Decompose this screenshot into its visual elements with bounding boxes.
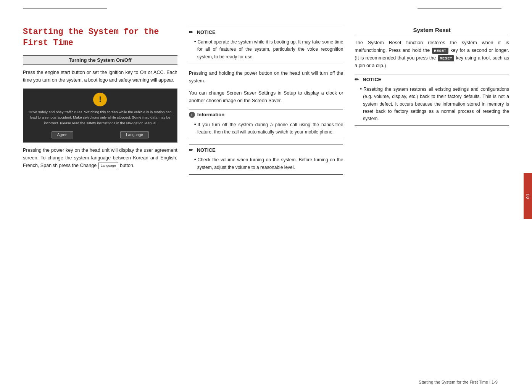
agree-button[interactable]: Agree bbox=[52, 131, 73, 138]
system-reset-title: System Reset bbox=[355, 27, 509, 35]
left-column: Starting the System for the First Time T… bbox=[23, 27, 177, 369]
main-title: Starting the System for the First Time bbox=[23, 27, 177, 48]
warning-icon: ! bbox=[93, 93, 107, 106]
notice-label-1: NOTICE bbox=[197, 29, 216, 35]
body-text-2-part3: button. bbox=[120, 163, 134, 168]
bullet-right: • bbox=[360, 86, 362, 92]
bullet-1: • bbox=[194, 39, 196, 45]
right-body-text: The System Reset function restores the s… bbox=[355, 39, 509, 69]
page-container: 01 Starting the System for the First Tim… bbox=[0, 0, 532, 392]
reset-btn-2: RESET bbox=[438, 55, 454, 61]
notice-item-2: •Check the volume when turning on the sy… bbox=[192, 155, 343, 171]
language-button-image[interactable]: Language bbox=[120, 131, 149, 138]
info-header: i Information bbox=[189, 112, 343, 118]
top-border-left bbox=[23, 8, 107, 9]
notice-text-1: Cannot operate the system while it is bo… bbox=[197, 39, 343, 59]
language-inline-btn[interactable]: Language bbox=[98, 162, 118, 169]
pencil-icon-2: ✏ bbox=[189, 147, 193, 153]
notice-box-right: ✏ NOTICE •Resetting the system restores … bbox=[355, 74, 509, 126]
notice-header-1: ✏ NOTICE bbox=[189, 29, 343, 35]
notice-box-1: ✏ NOTICE •Cannot operate the system whil… bbox=[189, 27, 343, 64]
top-border-right bbox=[418, 8, 501, 9]
bullet-2: • bbox=[194, 156, 196, 162]
right-tab: 01 bbox=[524, 173, 532, 219]
content-grid: Starting the System for the First Time T… bbox=[23, 27, 509, 369]
reset-btn-1: RESET bbox=[432, 48, 448, 54]
notice-item-right: •Resetting the system restores all exist… bbox=[358, 85, 509, 122]
bullet-info: • bbox=[194, 121, 196, 127]
info-icon: i bbox=[189, 112, 195, 118]
notice-text-right: Resetting the system restores all existi… bbox=[363, 87, 509, 121]
tab-label: 01 bbox=[526, 193, 530, 199]
notice-text-2: Check the volume when turning on the sys… bbox=[197, 157, 343, 170]
section-header-on-off: Turning the System On/Off bbox=[23, 55, 177, 65]
pencil-icon-right: ✏ bbox=[355, 77, 359, 82]
notice-header-right: ✏ NOTICE bbox=[355, 77, 509, 82]
safety-text: Drive safely and obey traffic rules. Wat… bbox=[28, 109, 172, 126]
notice-label-2: NOTICE bbox=[197, 147, 216, 153]
info-item: •If you turn off the system during a pho… bbox=[192, 120, 343, 136]
mid-column: ✏ NOTICE •Cannot operate the system whil… bbox=[189, 27, 343, 369]
safety-buttons: Agree Language bbox=[28, 131, 172, 138]
mid-body-text-2: You can change Screen Saver Settings in … bbox=[189, 89, 343, 104]
pencil-icon-1: ✏ bbox=[189, 29, 193, 35]
info-label: Information bbox=[197, 112, 225, 117]
info-text: If you turn off the system during a phon… bbox=[197, 122, 343, 135]
body-text-2: Pressing the power key on the head unit … bbox=[23, 146, 177, 169]
notice-header-2: ✏ NOTICE bbox=[189, 147, 343, 153]
mid-body-text-1: Pressing and holding the power button on… bbox=[189, 69, 343, 85]
info-box: i Information •If you turn off the syste… bbox=[189, 109, 343, 140]
notice-item-1: •Cannot operate the system while it is b… bbox=[192, 37, 343, 61]
footer-page-number: Starting the System for the First Time I… bbox=[419, 380, 498, 384]
safety-image: ! Drive safely and obey traffic rules. W… bbox=[23, 88, 177, 143]
notice-label-right: NOTICE bbox=[363, 77, 381, 82]
body-text-1: Press the engine start button or set the… bbox=[23, 69, 177, 84]
notice-box-2: ✏ NOTICE •Check the volume when turning … bbox=[189, 145, 343, 175]
right-column: System Reset The System Reset function r… bbox=[355, 27, 509, 369]
